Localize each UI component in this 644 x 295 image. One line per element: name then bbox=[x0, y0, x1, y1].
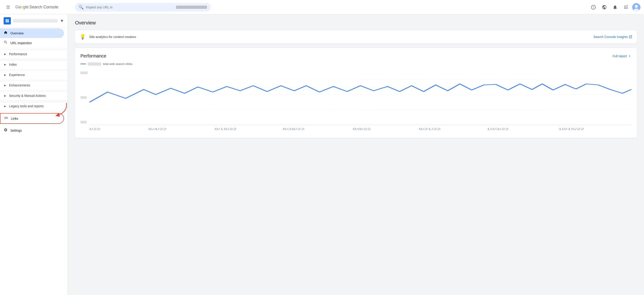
insights-text: Site analytics for content creators bbox=[89, 35, 590, 39]
divider-7 bbox=[0, 111, 68, 111]
legend-line bbox=[80, 64, 86, 64]
sidebar-item-security[interactable]: ► Security & Manual Actions bbox=[0, 91, 68, 100]
settings-icon bbox=[4, 128, 8, 133]
svg-text:9/21/22: 9/21/22 bbox=[419, 128, 441, 131]
security-label: Security & Manual Actions bbox=[9, 94, 46, 98]
sidebar-item-experience[interactable]: ► Experience bbox=[0, 71, 68, 79]
insights-link[interactable]: Search Console Insights bbox=[594, 35, 632, 39]
divider-5 bbox=[0, 90, 68, 91]
search-icon: 🔍 bbox=[79, 5, 84, 10]
divider-4 bbox=[0, 80, 68, 80]
property-selector[interactable]: ▼ bbox=[0, 15, 68, 27]
sidebar-item-overview[interactable]: Overview bbox=[0, 28, 64, 38]
legend-blurred-value bbox=[88, 63, 101, 66]
svg-text:10/3/22: 10/3/22 bbox=[487, 128, 509, 131]
svg-text:7/23/22: 7/23/22 bbox=[90, 128, 100, 131]
sidebar-item-enhancements[interactable]: ► Enhancements bbox=[0, 81, 68, 89]
legacy-label: Legacy tools and reports bbox=[9, 104, 44, 108]
svg-text:8/28/22: 8/28/22 bbox=[282, 128, 304, 131]
svg-text:?: ? bbox=[593, 6, 594, 9]
topbar-right: ? bbox=[589, 3, 640, 12]
chevron-right-icon: ► bbox=[4, 52, 7, 56]
chevron-right-icon-6: ► bbox=[4, 104, 7, 108]
chart-container: 7/23/22 8/4/22 8/16/22 8/28/22 9/9/22 9/… bbox=[80, 69, 631, 133]
chart-svg: 7/23/22 8/4/22 8/16/22 8/28/22 9/9/22 9/… bbox=[90, 69, 631, 133]
help-button[interactable]: ? bbox=[589, 3, 598, 12]
search-icon bbox=[4, 40, 8, 46]
experience-label: Experience bbox=[9, 73, 25, 77]
search-bar[interactable]: 🔍 bbox=[75, 3, 210, 12]
divider-1 bbox=[0, 49, 68, 49]
app-name: Search Console bbox=[30, 5, 58, 10]
chevron-right-icon-2: ► bbox=[4, 63, 7, 66]
chevron-right-icon-4: ► bbox=[4, 84, 7, 87]
chevron-right-icon bbox=[628, 54, 631, 58]
sidebar-item-index[interactable]: ► Index bbox=[0, 60, 68, 69]
property-icon bbox=[4, 17, 11, 25]
chevron-right-icon-3: ► bbox=[4, 73, 7, 77]
app-logo: Google Search Console bbox=[15, 5, 58, 10]
chart-legend: total web search clicks bbox=[80, 62, 631, 66]
search-console-settings-button[interactable] bbox=[600, 3, 609, 12]
links-label: Links bbox=[11, 117, 18, 120]
url-inspection-label: URL inspection bbox=[10, 41, 32, 45]
avatar[interactable] bbox=[632, 3, 640, 11]
menu-button[interactable]: ☰ bbox=[4, 3, 13, 12]
svg-point-3 bbox=[635, 5, 638, 8]
svg-text:8/4/22: 8/4/22 bbox=[148, 128, 166, 131]
sidebar-item-url-inspection[interactable]: URL inspection bbox=[0, 38, 64, 48]
property-name bbox=[13, 19, 58, 23]
overview-label: Overview bbox=[10, 32, 24, 35]
performance-card: Performance Full report total web search… bbox=[75, 48, 637, 138]
divider-6 bbox=[0, 101, 68, 101]
svg-text:10/15/22: 10/15/22 bbox=[558, 128, 584, 131]
insights-banner: 💡 Site analytics for content creators Se… bbox=[75, 30, 637, 44]
search-input[interactable] bbox=[86, 6, 174, 9]
card-header: Performance Full report bbox=[80, 53, 631, 59]
apps-button[interactable] bbox=[622, 3, 630, 12]
y-label-mid bbox=[80, 96, 87, 99]
chevron-right-icon-5: ► bbox=[4, 94, 7, 98]
sidebar: ▼ Overview URL inspection ► Performa bbox=[0, 15, 68, 295]
topbar: ☰ Google Search Console 🔍 ? bbox=[0, 0, 644, 15]
legend-label: total web search clicks bbox=[103, 62, 132, 66]
performance-label: Performance bbox=[9, 52, 27, 56]
insights-icon: 💡 bbox=[80, 34, 86, 40]
main-layout: ▼ Overview URL inspection ► Performa bbox=[0, 15, 644, 295]
performance-title: Performance bbox=[80, 53, 106, 59]
sidebar-item-legacy[interactable]: ► Legacy tools and reports bbox=[0, 102, 68, 110]
home-icon bbox=[4, 31, 8, 36]
topbar-left: ☰ Google Search Console bbox=[4, 3, 72, 12]
search-blurred bbox=[176, 6, 207, 9]
index-label: Index bbox=[9, 63, 17, 66]
enhancements-label: Enhancements bbox=[9, 84, 30, 87]
logo-google: Google bbox=[15, 5, 28, 10]
page-title: Overview bbox=[75, 20, 637, 26]
external-link-icon bbox=[629, 35, 632, 39]
notifications-button[interactable] bbox=[610, 3, 620, 12]
y-label-top bbox=[80, 72, 88, 74]
svg-text:9/9/22: 9/9/22 bbox=[352, 128, 371, 131]
sidebar-item-settings[interactable]: Settings bbox=[0, 126, 64, 135]
sidebar-item-performance[interactable]: ► Performance bbox=[0, 50, 68, 58]
sidebar-item-links[interactable]: Links bbox=[0, 113, 64, 124]
chevron-down-icon: ▼ bbox=[60, 19, 64, 23]
settings-label: Settings bbox=[10, 129, 22, 132]
main-content: Overview 💡 Site analytics for content cr… bbox=[68, 15, 644, 295]
svg-text:8/16/22: 8/16/22 bbox=[214, 128, 236, 131]
links-icon bbox=[4, 116, 8, 121]
y-label-bot bbox=[80, 121, 87, 124]
divider-2 bbox=[0, 59, 68, 59]
full-report-link[interactable]: Full report bbox=[612, 54, 631, 58]
